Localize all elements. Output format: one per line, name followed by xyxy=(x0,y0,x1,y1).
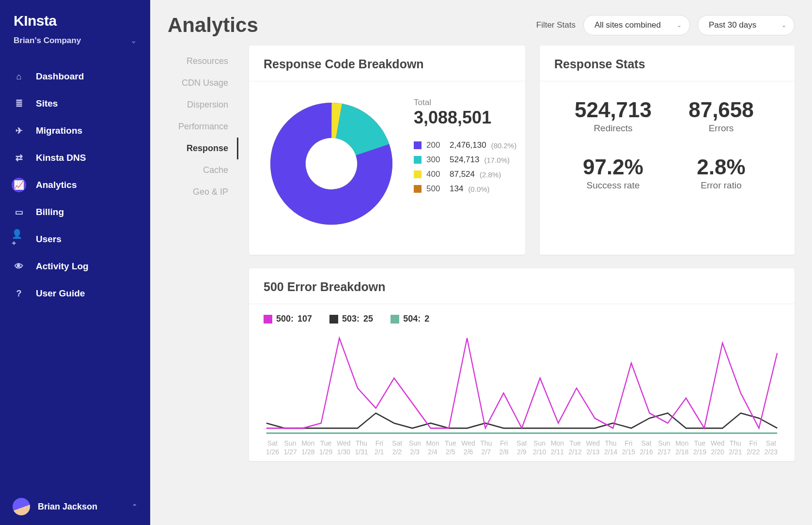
xtick: Thu2/14 xyxy=(602,439,620,456)
xtick: Wed1/30 xyxy=(335,439,353,456)
nav-item-user-guide[interactable]: ? User Guide xyxy=(0,280,150,307)
panels: Response Code Breakdown xyxy=(238,46,795,461)
company-name: Brian's Company xyxy=(14,36,81,46)
xtick: Wed2/20 xyxy=(709,439,727,456)
subnav-item-cdn-usage[interactable]: CDN Usage xyxy=(168,72,238,94)
legend-pct: (17.0%) xyxy=(484,156,510,164)
nav-label: Kinsta DNS xyxy=(36,153,86,163)
legend-pct: (2.8%) xyxy=(480,170,501,179)
xtick: Thu1/31 xyxy=(353,439,371,456)
xtick: Wed2/6 xyxy=(459,439,477,456)
nav-item-billing[interactable]: ▭ Billing xyxy=(0,199,150,226)
stack-icon: ≣ xyxy=(12,96,26,111)
legend-code: 400 xyxy=(426,170,445,179)
avatar xyxy=(13,498,30,515)
page-header: Analytics Filter Stats All sites combine… xyxy=(168,14,795,37)
sidebar: KInsta Brian's Company ⌄ ⌂ Dashboard≣ Si… xyxy=(0,0,150,525)
nav-item-users[interactable]: 👤⁺ Users xyxy=(0,226,150,253)
subnav-item-resources[interactable]: Resources xyxy=(168,50,238,72)
xtick: Tue2/12 xyxy=(566,439,584,456)
swatch-icon xyxy=(414,170,422,178)
swatch-icon xyxy=(414,141,422,149)
xtick: Tue2/5 xyxy=(442,439,460,456)
plane-icon: ✈ xyxy=(12,124,26,138)
nav-list: ⌂ Dashboard≣ Sites✈ Migrations⇄ Kinsta D… xyxy=(0,56,150,307)
series-500 xyxy=(266,338,777,428)
xtick: Mon2/18 xyxy=(673,439,691,456)
subnav-item-response[interactable]: Response xyxy=(168,138,238,159)
stat-label: Errors xyxy=(667,123,775,134)
swatch-icon xyxy=(329,315,338,324)
stat-label: Success rate xyxy=(559,180,667,191)
subnav-item-dispersion[interactable]: Dispersion xyxy=(168,94,238,116)
legend-code: 300 xyxy=(426,155,445,165)
error-legend: 500: 107 503: 25 504: 2 xyxy=(264,314,780,324)
range-filter-value: Past 30 days xyxy=(709,20,756,30)
legend-row-500: 500 134 (0.0%) xyxy=(414,184,516,194)
brand-logo: KInsta xyxy=(0,0,150,36)
subnav-item-geo-ip[interactable]: Geo & IP xyxy=(168,181,238,203)
eye-icon: 👁 xyxy=(12,259,26,274)
route-icon: ⇄ xyxy=(12,151,26,165)
company-selector[interactable]: Brian's Company ⌄ xyxy=(0,36,150,56)
stat-error-ratio: 2.8% Error ratio xyxy=(667,155,775,191)
legend-value: 87,524 xyxy=(450,170,475,179)
user-plus-icon: 👤⁺ xyxy=(12,232,26,247)
user-name: Brian Jackson xyxy=(38,502,97,512)
xtick: Wed2/13 xyxy=(584,439,602,456)
legend-value: 2,476,130 xyxy=(450,140,486,150)
nav-item-migrations[interactable]: ✈ Migrations xyxy=(0,117,150,144)
error-legend-503: 503: 25 xyxy=(329,314,373,324)
stat-label: Redirects xyxy=(559,123,667,134)
swatch-icon xyxy=(414,185,422,193)
site-filter-value: All sites combined xyxy=(594,20,661,30)
xtick: Sat1/26 xyxy=(264,439,281,456)
xtick: Mon1/28 xyxy=(299,439,317,456)
stats-body: 524,713 Redirects87,658 Errors97.2% Succ… xyxy=(540,81,795,211)
subnav-item-cache[interactable]: Cache xyxy=(168,159,238,181)
xtick: Thu2/7 xyxy=(477,439,495,456)
nav-label: Analytics xyxy=(36,180,77,190)
nav-item-sites[interactable]: ≣ Sites xyxy=(0,90,150,117)
legend-value: 134 xyxy=(450,184,463,194)
stat-value: 97.2% xyxy=(559,155,667,179)
user-footer[interactable]: Brian Jackson ⌃ xyxy=(0,488,150,525)
site-filter-select[interactable]: All sites combined ⌄ xyxy=(583,15,690,35)
stat-redirects: 524,713 Redirects xyxy=(559,98,667,134)
nav-label: User Guide xyxy=(36,288,85,299)
legend-row-200: 200 2,476,130 (80.2%) xyxy=(414,140,516,150)
nav-item-analytics[interactable]: 📈 Analytics xyxy=(0,171,150,199)
chart-icon: 📈 xyxy=(12,178,26,192)
legend-pct: (80.2%) xyxy=(491,141,517,150)
stat-value: 524,713 xyxy=(559,98,667,122)
legend-code: 200 xyxy=(426,140,445,150)
nav-label: Users xyxy=(36,234,62,245)
error-body: 500: 107 503: 25 504: 2 Sat1/26Sun1/27Mo… xyxy=(249,304,795,461)
legend-pct: (0.0%) xyxy=(468,185,489,193)
xtick: Mon2/4 xyxy=(424,439,442,456)
xtick: Thu2/21 xyxy=(727,439,745,456)
analytics-subnav: ResourcesCDN UsageDispersionPerformanceR… xyxy=(168,46,238,461)
donut-legend: Total 3,088,501 200 2,476,130 (80.2%) 30… xyxy=(414,96,516,199)
nav-item-activity-log[interactable]: 👁 Activity Log xyxy=(0,253,150,280)
xtick: Sat2/23 xyxy=(762,439,780,456)
page-title: Analytics xyxy=(168,14,258,37)
chevron-up-icon: ⌃ xyxy=(132,503,138,510)
chevron-down-icon: ⌄ xyxy=(677,22,682,29)
error-breakdown-card: 500 Error Breakdown 500: 107 503: 25 504… xyxy=(249,268,795,461)
legend-code: 500 xyxy=(426,184,445,194)
nav-item-dashboard[interactable]: ⌂ Dashboard xyxy=(0,63,150,90)
range-filter-select[interactable]: Past 30 days ⌄ xyxy=(698,15,795,35)
chart-xaxis: Sat1/26Sun1/27Mon1/28Tue1/29Wed1/30Thu1/… xyxy=(264,436,780,456)
subnav-item-performance[interactable]: Performance xyxy=(168,116,238,138)
nav-item-kinsta-dns[interactable]: ⇄ Kinsta DNS xyxy=(0,144,150,171)
xtick: Sun1/27 xyxy=(281,439,299,456)
xtick: Fri2/22 xyxy=(744,439,762,456)
xtick: Sun2/17 xyxy=(656,439,673,456)
card-title: Response Stats xyxy=(540,46,795,81)
legend-row-400: 400 87,524 (2.8%) xyxy=(414,170,516,179)
xtick: Sat2/16 xyxy=(638,439,656,456)
nav-label: Activity Log xyxy=(36,261,89,272)
card-icon: ▭ xyxy=(12,205,26,219)
xtick: Sun2/10 xyxy=(531,439,548,456)
